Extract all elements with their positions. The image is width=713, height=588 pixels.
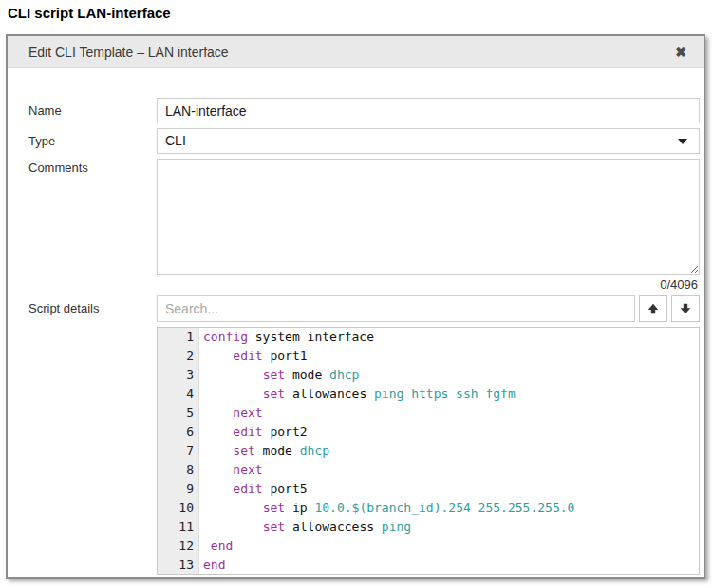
script-code-editor[interactable]: 1config system interface2 edit port13 se… xyxy=(157,327,700,575)
comments-label: Comments xyxy=(28,161,147,175)
close-icon[interactable]: ✖ xyxy=(671,36,690,68)
line-number: 9 xyxy=(158,480,199,499)
code-line[interactable]: 2 edit port1 xyxy=(158,347,699,366)
code-text: set ip 10.0.$(branch_id).254 255.255.255… xyxy=(199,499,574,518)
search-previous-button[interactable] xyxy=(639,295,667,322)
code-text: next xyxy=(199,404,263,423)
code-line[interactable]: 6 edit port2 xyxy=(158,423,699,442)
dialog-title: Edit CLI Template – LAN interface xyxy=(28,45,229,60)
code-line[interactable]: 1config system interface xyxy=(158,328,699,347)
code-line[interactable]: 13end xyxy=(158,556,699,575)
type-select[interactable]: CLI xyxy=(157,128,700,154)
line-number: 3 xyxy=(158,366,199,385)
line-number: 6 xyxy=(158,423,199,442)
line-number: 13 xyxy=(158,556,199,575)
code-line[interactable]: 11 set allowaccess ping xyxy=(158,518,699,537)
code-text: end xyxy=(199,556,225,575)
line-number: 12 xyxy=(158,537,199,556)
comments-textarea[interactable] xyxy=(157,159,700,275)
line-number: 5 xyxy=(158,404,199,423)
code-line[interactable]: 7 set mode dhcp xyxy=(158,442,699,461)
type-select-value: CLI xyxy=(165,133,186,148)
line-number: 2 xyxy=(158,347,199,366)
code-line[interactable]: 9 edit port5 xyxy=(158,480,699,499)
name-input[interactable] xyxy=(157,98,700,123)
name-label: Name xyxy=(28,98,147,123)
code-line[interactable]: 4 set allowances ping https ssh fgfm xyxy=(158,385,699,404)
search-next-button[interactable] xyxy=(671,295,700,322)
code-line[interactable]: 10 set ip 10.0.$(branch_id).254 255.255.… xyxy=(158,499,699,518)
code-text: edit port5 xyxy=(199,480,308,499)
code-text: edit port1 xyxy=(199,347,308,366)
line-number: 11 xyxy=(158,518,199,537)
dialog-header: Edit CLI Template – LAN interface ✖ xyxy=(8,36,704,68)
arrow-up-icon xyxy=(647,302,660,315)
code-text: set mode dhcp xyxy=(199,442,329,461)
type-label: Type xyxy=(28,128,147,154)
line-number: 4 xyxy=(158,385,199,404)
comments-char-counter: 0/4096 xyxy=(660,277,698,292)
chevron-down-icon xyxy=(678,139,687,144)
line-number: 1 xyxy=(158,328,199,347)
line-number: 10 xyxy=(158,499,199,518)
arrow-down-icon xyxy=(679,302,692,315)
code-text: config system interface xyxy=(199,328,374,347)
code-line[interactable]: 12 end xyxy=(158,537,699,556)
line-number: 8 xyxy=(158,461,199,480)
code-text: end xyxy=(199,537,233,556)
code-text: set mode dhcp xyxy=(199,366,359,385)
search-input[interactable] xyxy=(157,295,635,322)
code-text: set allowances ping https ssh fgfm xyxy=(199,385,516,404)
code-line[interactable]: 8 next xyxy=(158,461,699,480)
page-title: CLI script LAN-interface xyxy=(8,5,171,21)
edit-cli-template-dialog: Edit CLI Template – LAN interface ✖ Name… xyxy=(6,34,705,579)
code-line[interactable]: 5 next xyxy=(158,404,699,423)
code-line[interactable]: 3 set mode dhcp xyxy=(158,366,699,385)
code-text: edit port2 xyxy=(199,423,308,442)
code-text: next xyxy=(199,461,263,480)
script-details-label: Script details xyxy=(28,295,147,322)
code-text: set allowaccess ping xyxy=(199,518,411,537)
line-number: 7 xyxy=(158,442,199,461)
